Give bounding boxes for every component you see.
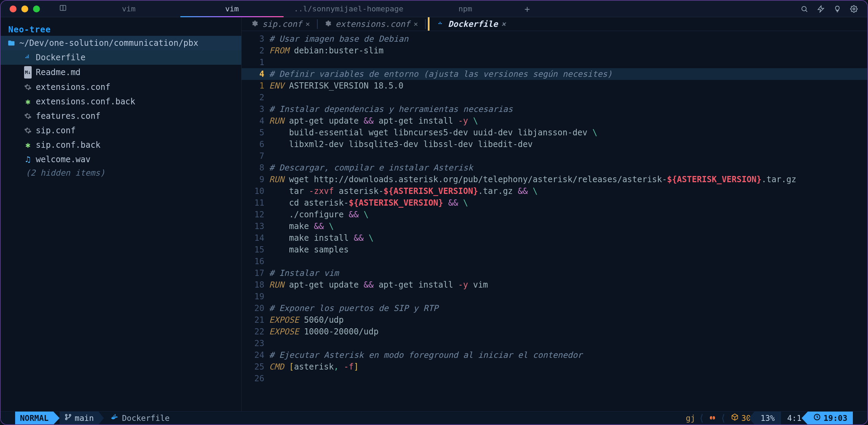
markdown-icon: M↓ bbox=[23, 66, 32, 79]
svg-marker-4 bbox=[818, 6, 824, 12]
line-number: 3 bbox=[244, 33, 269, 45]
code-line[interactable]: 3# Usar imagen base de Debian bbox=[242, 33, 867, 45]
code-line[interactable]: 8# Descargar, compilar e instalar Asteri… bbox=[242, 162, 867, 174]
tab-separator bbox=[317, 19, 318, 29]
tree-item-label: features.conf bbox=[36, 110, 100, 122]
terminal-tab-3[interactable]: npm bbox=[414, 1, 517, 17]
tree-item[interactable]: extensions.conf bbox=[1, 80, 241, 94]
docker-icon bbox=[111, 413, 118, 423]
line-number: 12 bbox=[244, 209, 269, 220]
gear-icon[interactable] bbox=[850, 5, 858, 13]
line-number: 17 bbox=[244, 267, 269, 279]
tree-item-label: sip.conf.back bbox=[36, 139, 100, 151]
code-line[interactable]: 5 build-essential wget libncurses5-dev u… bbox=[242, 127, 867, 138]
line-number: 10 bbox=[244, 185, 269, 197]
code-line[interactable]: 4# Definir variables de entorno (ajusta … bbox=[242, 68, 867, 80]
buffer-tab[interactable]: extensions.conf× bbox=[320, 17, 423, 31]
split-panes-icon[interactable] bbox=[59, 4, 67, 13]
status-percent-label: 13% bbox=[761, 414, 775, 423]
code-line[interactable]: 4RUN apt-get update && apt-get install -… bbox=[242, 115, 867, 127]
code-line[interactable]: 15 make samples bbox=[242, 244, 867, 256]
line-number: 8 bbox=[244, 162, 269, 174]
terminal-tab-label: vim bbox=[225, 4, 239, 13]
tree-item[interactable]: features.conf bbox=[1, 109, 241, 123]
terminal-tab-0[interactable]: vim bbox=[77, 1, 180, 17]
git-branch-icon bbox=[64, 413, 72, 423]
line-number: 15 bbox=[244, 244, 269, 256]
code-line[interactable]: 16 bbox=[242, 256, 867, 267]
code-line[interactable]: 7 bbox=[242, 150, 867, 162]
statusline: NORMAL main Dockerfile gj ⟨ ⟨ 30 13% 4:1 bbox=[1, 411, 867, 424]
cube-icon bbox=[731, 413, 739, 423]
close-tab-icon[interactable]: × bbox=[414, 20, 418, 28]
terminal-tab-label: npm bbox=[458, 4, 472, 13]
code-line[interactable]: 20# Exponer los puertos de SIP y RTP bbox=[242, 302, 867, 314]
code-line[interactable]: 9RUN wget http://downloads.asterisk.org/… bbox=[242, 174, 867, 185]
docker-icon bbox=[23, 54, 32, 61]
code-line[interactable]: 19 bbox=[242, 291, 867, 302]
code-line[interactable]: 3# Instalar dependencias y herramientas … bbox=[242, 103, 867, 115]
tree-item[interactable]: sip.conf bbox=[1, 123, 241, 138]
tab-separator bbox=[425, 19, 426, 29]
code-line[interactable]: 26 bbox=[242, 373, 867, 384]
close-tab-icon[interactable]: × bbox=[306, 20, 310, 28]
code-line[interactable]: 21EXPOSE 5060/udp bbox=[242, 314, 867, 326]
code-line[interactable]: 25CMD [asterisk, -f] bbox=[242, 361, 867, 373]
terminal-tab-2[interactable]: ..l/sonnymijael-homepage bbox=[284, 1, 414, 17]
tree-item[interactable]: ✱sip.conf.back bbox=[1, 138, 241, 152]
code-line[interactable]: 17# Instalar vim bbox=[242, 267, 867, 279]
minimize-window-button[interactable] bbox=[21, 6, 28, 12]
code-line[interactable]: 13 make && \ bbox=[242, 220, 867, 232]
bolt-icon[interactable] bbox=[817, 5, 825, 13]
code-line[interactable]: 18RUN apt-get update && apt-get install … bbox=[242, 279, 867, 291]
clock-icon bbox=[813, 413, 821, 423]
code-line[interactable]: 10 tar -zxvf asterisk-${ASTERISK_VERSION… bbox=[242, 185, 867, 197]
separator-icon: ⟨ bbox=[719, 412, 728, 424]
tree-item[interactable]: ✱extensions.conf.back bbox=[1, 94, 241, 109]
terminal-tab-1[interactable]: vim bbox=[180, 1, 284, 17]
star-icon: ✱ bbox=[23, 139, 32, 151]
tree-item[interactable]: M↓Readme.md bbox=[1, 65, 241, 80]
line-number: 11 bbox=[244, 197, 269, 209]
code-line[interactable]: 11 cd asterisk-${ASTERISK_VERSION} && \ bbox=[242, 197, 867, 209]
close-window-button[interactable] bbox=[10, 6, 17, 12]
buffer-tab[interactable]: Dockerfile× bbox=[428, 17, 511, 31]
code-line[interactable]: 24# Ejecutar Asterisk en modo foreground… bbox=[242, 349, 867, 361]
status-clock-label: 19:03 bbox=[824, 414, 847, 423]
close-tab-icon[interactable]: × bbox=[501, 20, 506, 28]
bulb-icon[interactable] bbox=[834, 5, 841, 13]
separator-icon: ⟨ bbox=[697, 412, 706, 424]
tree-item[interactable]: Dockerfile bbox=[1, 50, 241, 65]
code-line[interactable]: 12 ./configure && \ bbox=[242, 209, 867, 220]
code-line[interactable]: 6 libxml2-dev libsqlite3-dev libssl-dev … bbox=[242, 138, 867, 150]
tree-root[interactable]: ~/Dev/one-solution/communication/pbx bbox=[1, 36, 241, 50]
status-branch[interactable]: main bbox=[60, 412, 98, 424]
tree-item-label: welcome.wav bbox=[36, 154, 91, 165]
code-line[interactable]: 1 bbox=[242, 56, 867, 68]
file-tree-sidebar: Neo-tree ~/Dev/one-solution/communicatio… bbox=[1, 17, 242, 411]
new-tab-button[interactable]: + bbox=[517, 1, 538, 17]
line-number: 16 bbox=[244, 256, 269, 267]
code-line[interactable]: 23 bbox=[242, 338, 867, 349]
code-area[interactable]: 3# Usar imagen base de Debian2FROM debia… bbox=[242, 31, 867, 411]
buffer-tab[interactable]: sip.conf× bbox=[246, 17, 315, 31]
maximize-window-button[interactable] bbox=[33, 6, 40, 12]
titlebar: vim vim ..l/sonnymijael-homepage npm + bbox=[1, 1, 867, 17]
terminal-tab-label: vim bbox=[122, 4, 136, 13]
code-line[interactable]: 1ENV ASTERISK_VERSION 18.5.0 bbox=[242, 80, 867, 92]
star-icon: ✱ bbox=[23, 96, 32, 107]
copilot-icon[interactable] bbox=[706, 412, 719, 424]
tree-item[interactable]: ♫welcome.wav bbox=[1, 152, 241, 167]
sidebar-title: Neo-tree bbox=[1, 22, 241, 36]
code-line[interactable]: 2FROM debian:buster-slim bbox=[242, 45, 867, 56]
svg-point-8 bbox=[65, 414, 67, 416]
tree-item-label: extensions.conf bbox=[36, 81, 110, 93]
terminal-tabs: vim vim ..l/sonnymijael-homepage npm + bbox=[77, 1, 801, 17]
search-icon[interactable] bbox=[801, 5, 808, 13]
code-line[interactable]: 2 bbox=[242, 92, 867, 103]
gear-icon bbox=[23, 127, 32, 134]
code-line[interactable]: 22EXPOSE 10000-20000/udp bbox=[242, 326, 867, 338]
line-number: 18 bbox=[244, 279, 269, 291]
code-line[interactable]: 14 make install && \ bbox=[242, 232, 867, 244]
buffer-tabs: sip.conf×extensions.conf×Dockerfile× bbox=[242, 17, 867, 31]
